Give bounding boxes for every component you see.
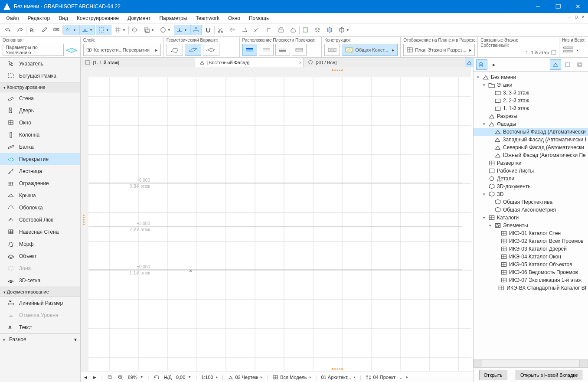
nav-item[interactable]: ▾Элементы — [474, 222, 588, 229]
nav-mode-project-icon[interactable] — [476, 59, 487, 70]
nav-item[interactable]: ▾Этажи — [474, 81, 588, 89]
toolgroup-design[interactable]: Конструирование — [0, 82, 80, 92]
navset-map-icon[interactable] — [550, 59, 561, 70]
nav-item[interactable]: Восточный Фасад (Автоматически — [474, 128, 588, 136]
tab-close-icon[interactable]: × — [299, 60, 302, 65]
plane-custom-icon[interactable] — [292, 44, 307, 56]
menu-edit[interactable]: Редактор — [23, 14, 55, 23]
nav-item[interactable]: 3. 3-й этаж — [474, 89, 588, 97]
snap-point-icon[interactable]: ▼ — [79, 25, 95, 35]
magnet-icon[interactable] — [203, 25, 214, 35]
trace-icon[interactable]: ▼ — [141, 25, 157, 35]
undo-icon[interactable] — [2, 25, 13, 35]
toolgroup-misc[interactable]: Разное▾ — [0, 333, 80, 345]
minimize-button[interactable]: ─ — [528, 0, 548, 13]
nav-item[interactable]: ИКЭ-03 Каталог Дверей — [474, 245, 588, 253]
nav-h-scrollbar[interactable] — [474, 359, 588, 367]
nav-item[interactable]: ИКЭ-01 Каталог Стен — [474, 229, 588, 237]
constr-basic-icon[interactable] — [324, 44, 340, 56]
geom-rotrect-icon[interactable] — [203, 44, 219, 56]
nav-item[interactable]: ▾3D — [474, 190, 588, 198]
elevation-icon[interactable] — [562, 45, 574, 55]
tab-floorplan[interactable]: [1. 1-й этаж] — [81, 58, 195, 67]
tab-elevation[interactable]: [Восточный Фасад]× — [195, 58, 304, 67]
navigator-tree[interactable]: ▾Без имени▾Этажи3. 3-й этаж2. 2-й этаж1.… — [474, 72, 588, 359]
tool-marquee[interactable]: Бегущая Рамка — [0, 70, 80, 82]
rotate-icon[interactable] — [153, 374, 159, 380]
nav-item[interactable]: Западный Фасад (Автоматически I — [474, 136, 588, 144]
navset-view-icon[interactable] — [562, 59, 573, 70]
menu-options[interactable]: Параметры — [155, 14, 191, 23]
adjust-icon[interactable] — [239, 25, 250, 35]
nd-value[interactable]: Н/Д — [163, 375, 171, 380]
nav-item[interactable]: ▾Без имени — [474, 73, 588, 81]
nav-item[interactable]: ИКЭ-05 Каталог Объектов — [474, 261, 588, 268]
nav-item[interactable]: ИКЭ-02 Каталог Всех Проемов — [474, 237, 588, 245]
snap-guide-icon[interactable]: ▼ — [96, 25, 111, 35]
tool-текст[interactable]: AТекст — [0, 321, 80, 333]
tool-окно[interactable]: Окно — [0, 117, 80, 129]
tool-перекрытие[interactable]: Перекрытие — [0, 153, 80, 165]
menu-window[interactable]: Окно — [224, 14, 245, 23]
tool-стена[interactable]: Стена — [0, 92, 80, 104]
tool-оболочка[interactable]: Оболочка — [0, 202, 80, 214]
scale-value[interactable]: 1:100 ▸ — [201, 375, 218, 380]
nav-item[interactable]: ▾Фасады — [474, 120, 588, 128]
display-chooser[interactable]: План Этажа и Разрез...▸ — [403, 44, 475, 56]
angle-value[interactable]: 0,00 ▼ — [176, 375, 191, 380]
toolgroup-document[interactable]: Документирование — [0, 287, 80, 297]
pick-icon[interactable] — [26, 25, 38, 35]
tool-балка[interactable]: Балка — [0, 141, 80, 153]
redo-icon[interactable] — [14, 25, 26, 35]
nav-item[interactable]: ИКЭ-06 Ведомость Проемов — [474, 268, 588, 276]
gravity-icon[interactable]: ▼ — [174, 25, 189, 35]
canvas[interactable]: +6,0003 3-й этаж3+3,0002 2-й этаж2±0,000… — [81, 67, 473, 372]
zoom-in-icon[interactable] — [118, 374, 124, 380]
eyedropper-icon[interactable] — [39, 25, 50, 35]
tool-объект[interactable]: Объект — [0, 250, 80, 262]
nav-item[interactable]: Рабочие Листы — [474, 167, 588, 175]
home-icon[interactable] — [287, 25, 299, 35]
zoom-out-icon[interactable] — [107, 374, 113, 380]
3daxo-icon[interactable]: ▼ — [157, 25, 173, 35]
trim-icon[interactable] — [215, 25, 226, 35]
tool-дверь[interactable]: Дверь — [0, 104, 80, 117]
split-icon[interactable] — [227, 25, 238, 35]
tool-ограждение[interactable]: Ограждение — [0, 177, 80, 189]
nav-item[interactable]: ИКЭ-04 Каталог Окон — [474, 253, 588, 261]
menu-teamwork[interactable]: Teamwork — [191, 14, 224, 23]
layer-chooser[interactable]: Конструкти...Перекрытия▸ — [83, 44, 161, 56]
tool-pointer[interactable]: Указатель — [0, 58, 80, 70]
ruler-icon[interactable] — [51, 25, 62, 35]
plane-bottom-icon[interactable] — [275, 44, 290, 56]
nav-item[interactable]: Общая Аксонометрия — [474, 206, 588, 214]
nav-open-tab-button[interactable]: Открыть в Новой Вкладке — [516, 370, 583, 380]
plane-core-icon[interactable] — [259, 44, 274, 56]
tool-колонна[interactable]: Колонна — [0, 129, 80, 141]
nav-item[interactable]: 1. 1-й этаж — [474, 104, 588, 112]
nav-item[interactable]: Южный Фасад (Автоматически Пе — [474, 151, 588, 159]
nav-item[interactable]: Разрезы — [474, 112, 588, 120]
nav-open-button[interactable]: Открыть — [479, 370, 507, 380]
tool-навесная-стена[interactable]: Навесная Стена — [0, 226, 80, 238]
tool-лестница[interactable]: Лестница — [0, 165, 80, 177]
nav-item[interactable]: Детали — [474, 175, 588, 183]
plane-top-icon[interactable] — [242, 44, 257, 56]
dimstd-chooser[interactable]: 04 Проект - ... ▸ — [366, 375, 408, 380]
3dwindow-icon[interactable]: ▼ — [336, 25, 352, 35]
penset-chooser[interactable]: 02 Чертеж ▸ — [228, 375, 263, 380]
nav-item[interactable]: ИКЭ-07 Экспликация 1-й этаж — [474, 276, 588, 284]
intersect-icon[interactable] — [251, 25, 262, 35]
fillet-icon[interactable] — [263, 25, 274, 35]
construction-chooser[interactable]: Общая Конст...▸ — [342, 44, 398, 56]
mdi-controls[interactable]: — ▢ × — [568, 14, 585, 19]
nav-item[interactable]: 2. 2-й этаж — [474, 97, 588, 104]
nav-item[interactable]: Развертки — [474, 159, 588, 167]
home-story-value[interactable]: 1. 1-й этаж — [526, 50, 549, 55]
menu-view[interactable]: Вид — [54, 14, 72, 23]
tool-3d-сетка[interactable]: 3D-сетка — [0, 274, 80, 287]
edit-sel-icon[interactable] — [300, 25, 311, 35]
mvo-chooser[interactable]: Вся Модель ▸ — [272, 375, 311, 380]
tool-световой-люк[interactable]: Световой Люк — [0, 214, 80, 226]
navset-layout-icon[interactable] — [574, 59, 585, 70]
